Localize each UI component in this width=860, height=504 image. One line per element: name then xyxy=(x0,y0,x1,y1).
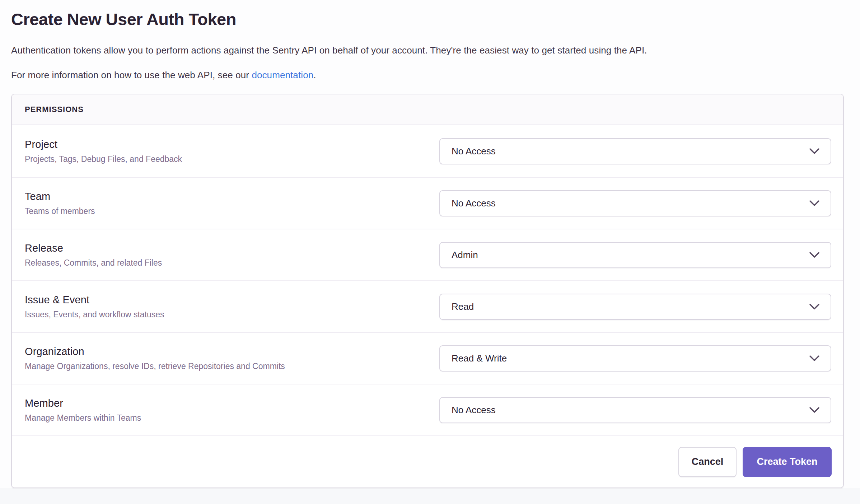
documentation-link[interactable]: documentation xyxy=(252,70,313,80)
organization-permission-select[interactable]: Read & Write xyxy=(439,345,831,372)
select-value: No Access xyxy=(452,146,496,157)
chevron-down-icon xyxy=(809,407,820,414)
permission-row-organization: Organization Manage Organizations, resol… xyxy=(12,332,843,384)
permission-info: Issue & Event Issues, Events, and workfl… xyxy=(25,294,164,319)
chevron-down-icon xyxy=(809,252,820,258)
team-permission-select[interactable]: No Access xyxy=(439,190,831,216)
info-text: For more information on how to use the w… xyxy=(11,70,860,81)
page-title: Create New User Auth Token xyxy=(11,9,860,29)
panel-footer: Cancel Create Token xyxy=(12,435,843,487)
permissions-panel-title: PERMISSIONS xyxy=(25,105,84,114)
info-prefix: For more information on how to use the w… xyxy=(11,70,252,80)
permission-row-project: Project Projects, Tags, Debug Files, and… xyxy=(12,125,843,177)
permission-row-release: Release Releases, Commits, and related F… xyxy=(12,229,843,280)
issue-event-permission-select[interactable]: Read xyxy=(439,294,831,320)
chevron-down-icon xyxy=(809,303,820,310)
select-value: No Access xyxy=(452,405,496,416)
permission-label: Organization xyxy=(25,346,285,358)
permission-info: Project Projects, Tags, Debug Files, and… xyxy=(25,139,182,164)
permission-info: Team Teams of members xyxy=(25,191,95,216)
chevron-down-icon xyxy=(809,200,820,207)
permission-label: Release xyxy=(25,242,162,254)
permission-row-member: Member Manage Members within Teams No Ac… xyxy=(12,384,843,435)
permission-description: Manage Organizations, resolve IDs, retri… xyxy=(25,361,285,371)
permissions-panel-header: PERMISSIONS xyxy=(12,94,843,125)
chevron-down-icon xyxy=(809,355,820,362)
release-permission-select[interactable]: Admin xyxy=(439,242,831,268)
permission-row-team: Team Teams of members No Access xyxy=(12,177,843,229)
permission-info: Organization Manage Organizations, resol… xyxy=(25,346,285,371)
permission-description: Issues, Events, and workflow statuses xyxy=(25,310,164,319)
permission-label: Issue & Event xyxy=(25,294,164,306)
select-value: Admin xyxy=(452,249,478,261)
permission-row-issue-event: Issue & Event Issues, Events, and workfl… xyxy=(12,280,843,332)
select-value: Read xyxy=(452,301,474,312)
permission-description: Releases, Commits, and related Files xyxy=(25,258,162,268)
permission-info: Release Releases, Commits, and related F… xyxy=(25,242,162,268)
chevron-down-icon xyxy=(809,148,820,155)
permissions-panel: PERMISSIONS Project Projects, Tags, Debu… xyxy=(11,94,844,488)
cancel-button[interactable]: Cancel xyxy=(678,447,737,477)
intro-text: Authentication tokens allow you to perfo… xyxy=(11,45,860,56)
member-permission-select[interactable]: No Access xyxy=(439,397,831,423)
permission-label: Project xyxy=(25,139,182,150)
settings-content: Create New User Auth Token Authenticatio… xyxy=(0,0,860,488)
select-value: No Access xyxy=(452,198,496,209)
permission-label: Team xyxy=(25,191,95,202)
create-token-button[interactable]: Create Token xyxy=(743,447,832,477)
info-suffix: . xyxy=(313,70,316,80)
project-permission-select[interactable]: No Access xyxy=(439,138,831,164)
permission-description: Manage Members within Teams xyxy=(25,413,141,423)
permission-description: Projects, Tags, Debug Files, and Feedbac… xyxy=(25,154,182,164)
permission-info: Member Manage Members within Teams xyxy=(25,397,141,423)
permission-label: Member xyxy=(25,397,141,409)
permission-description: Teams of members xyxy=(25,206,95,216)
select-value: Read & Write xyxy=(452,353,507,364)
